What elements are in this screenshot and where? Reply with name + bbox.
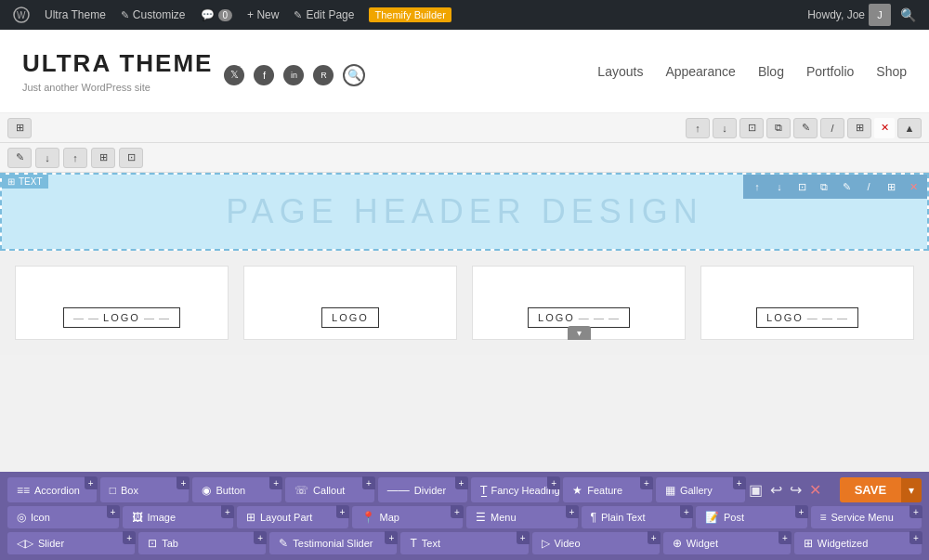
widget-tab[interactable]: ⊡ Tab +: [138, 532, 266, 554]
widget-box[interactable]: □ Box +: [100, 477, 190, 502]
widget-plus[interactable]: +: [779, 531, 792, 544]
nav-blog[interactable]: Blog: [758, 64, 784, 79]
collapse-icon[interactable]: ▲: [897, 118, 922, 138]
search-admin-icon[interactable]: 🔍: [900, 7, 916, 22]
icon-plus[interactable]: +: [107, 505, 120, 518]
text-plus[interactable]: +: [517, 531, 530, 544]
save-dropdown-btn[interactable]: ▾: [901, 478, 922, 502]
edit-icon[interactable]: ✎: [793, 118, 818, 138]
facebook-icon[interactable]: f: [254, 65, 274, 85]
title-area: ULTRA THEME Just another WordPress site: [22, 49, 213, 93]
widget-gallery[interactable]: ▦ Gallery +: [656, 477, 745, 502]
close-row-btn[interactable]: ✕: [874, 118, 895, 138]
tab-plus[interactable]: +: [254, 531, 267, 544]
plain-text-plus[interactable]: +: [680, 505, 693, 518]
widget-widget[interactable]: ⊕ Widget +: [663, 532, 791, 554]
header-search-icon[interactable]: 🔍: [343, 64, 365, 86]
widget-icon[interactable]: ◎ Icon +: [7, 506, 119, 528]
save-layout-icon[interactable]: ↓: [35, 148, 59, 168]
row-upload-btn[interactable]: ↑: [747, 176, 767, 197]
howdy-item[interactable]: Howdy, Joe J 🔍: [800, 0, 923, 30]
load-layout-icon[interactable]: ↑: [63, 148, 87, 168]
widget-video[interactable]: ▷ Video +: [532, 532, 660, 554]
twitter-icon[interactable]: 𝕏: [224, 65, 244, 85]
grid-icon[interactable]: ⊞: [91, 148, 115, 168]
columns-preview: — — LOGO — — LOGO LOGO — — — ▾: [0, 251, 929, 355]
row-download-btn[interactable]: ↓: [769, 176, 790, 197]
gallery-plus[interactable]: +: [733, 476, 746, 489]
nav-layouts[interactable]: Layouts: [597, 64, 643, 79]
divider-plus[interactable]: +: [455, 476, 468, 489]
rss-icon[interactable]: R: [313, 65, 334, 85]
builder-columns-icon[interactable]: ⊞: [7, 118, 32, 138]
redo-icon-btn[interactable]: ↪: [790, 481, 802, 499]
row-style-btn[interactable]: /: [858, 176, 879, 197]
widget-feature[interactable]: ★ Feature +: [563, 477, 652, 502]
builder-area: ⊞ ↑ ↓ ⊡ ⧉ ✎ / ⊞ ✕ ▲ ✎ ↓ ↑ ⊞ ⊡ ⊞ TEXT: [0, 113, 929, 355]
accordion-plus[interactable]: +: [85, 476, 98, 489]
row-close-btn[interactable]: ✕: [903, 176, 923, 197]
widget-label: Widget: [687, 538, 718, 549]
map-plus[interactable]: +: [451, 505, 464, 518]
widget-menu[interactable]: ☰ Menu +: [466, 506, 578, 528]
widget-button[interactable]: ◉ Button +: [192, 477, 281, 502]
box-plus[interactable]: +: [177, 476, 190, 489]
wp-logo-item[interactable]: W: [6, 0, 37, 30]
social-icons: 𝕏 f in R 🔍: [224, 64, 365, 86]
video-plus[interactable]: +: [648, 531, 661, 544]
widget-testimonial-slider[interactable]: ✎ Testimonial Slider +: [269, 532, 397, 554]
button-plus[interactable]: +: [269, 476, 282, 489]
callout-plus[interactable]: +: [362, 476, 375, 489]
widget-fancy-heading[interactable]: T̲ Fancy Heading +: [471, 477, 560, 502]
expand-icon[interactable]: ⊡: [739, 118, 764, 138]
post-plus[interactable]: +: [795, 505, 808, 518]
row-expand-btn[interactable]: ⊡: [792, 176, 812, 197]
layout-part-plus[interactable]: +: [336, 505, 349, 518]
upload-icon[interactable]: ↑: [686, 118, 710, 138]
slider-plus[interactable]: +: [123, 531, 136, 544]
widget-divider[interactable]: —— Divider +: [378, 477, 467, 502]
site-name-item[interactable]: Ultra Theme: [37, 0, 113, 30]
panel-close-btn[interactable]: ✕: [809, 481, 821, 499]
nav-appearance[interactable]: Appearance: [665, 64, 736, 79]
linkedin-icon[interactable]: in: [283, 65, 304, 85]
widget-text[interactable]: T Text +: [400, 532, 528, 554]
themify-builder-item[interactable]: Themify Builder: [361, 0, 458, 30]
save-button[interactable]: SAVE: [840, 477, 901, 502]
scroll-down-btn[interactable]: ▾: [568, 326, 591, 340]
widget-plain-text[interactable]: ¶ Plain Text +: [582, 506, 693, 528]
style-icon[interactable]: /: [820, 118, 844, 138]
row-copy-btn[interactable]: ⊞: [881, 176, 901, 197]
feature-plus[interactable]: +: [640, 476, 653, 489]
new-item[interactable]: + New: [240, 0, 286, 30]
widget-slider[interactable]: ◁▷ Slider +: [7, 532, 135, 554]
row-edit-btn[interactable]: ✎: [836, 176, 857, 197]
widgetized-plus[interactable]: +: [909, 531, 922, 544]
widget-widgetized[interactable]: ⊞ Widgetized +: [794, 532, 922, 554]
customize-item[interactable]: ✎ Customize: [113, 0, 193, 30]
nav-portfolio[interactable]: Portfolio: [806, 64, 854, 79]
widget-image[interactable]: 🖼 Image +: [123, 506, 234, 528]
nav-shop[interactable]: Shop: [876, 64, 907, 79]
widget-layout-part[interactable]: ⊞ Layout Part +: [237, 506, 348, 528]
menu-plus[interactable]: +: [566, 505, 579, 518]
copy-layout-icon[interactable]: ⊡: [119, 148, 143, 168]
comments-item[interactable]: 💬 0: [193, 0, 241, 30]
copy-icon[interactable]: ⊞: [847, 118, 871, 138]
tablet-icon-btn[interactable]: ▣: [749, 481, 763, 499]
undo-icon-btn[interactable]: ↩: [770, 481, 782, 499]
widget-map[interactable]: 📍 Map +: [352, 506, 464, 528]
fancy-heading-plus[interactable]: +: [547, 476, 560, 489]
duplicate-icon[interactable]: ⧉: [766, 118, 791, 138]
widget-service-menu[interactable]: ≡ Service Menu +: [811, 506, 922, 528]
widget-accordion[interactable]: ≡≡ Accordion +: [7, 477, 97, 502]
image-plus[interactable]: +: [221, 505, 234, 518]
widget-callout[interactable]: ☏ Callout +: [285, 477, 374, 502]
edit-page-item[interactable]: ✎ Edit Page: [286, 0, 361, 30]
widget-post[interactable]: 📝 Post +: [696, 506, 807, 528]
row-duplicate-btn[interactable]: ⧉: [814, 176, 834, 197]
download-icon[interactable]: ↓: [713, 118, 737, 138]
testimonial-slider-plus[interactable]: +: [385, 531, 398, 544]
edit-pencil-icon[interactable]: ✎: [7, 148, 32, 168]
service-menu-plus[interactable]: +: [909, 505, 922, 518]
